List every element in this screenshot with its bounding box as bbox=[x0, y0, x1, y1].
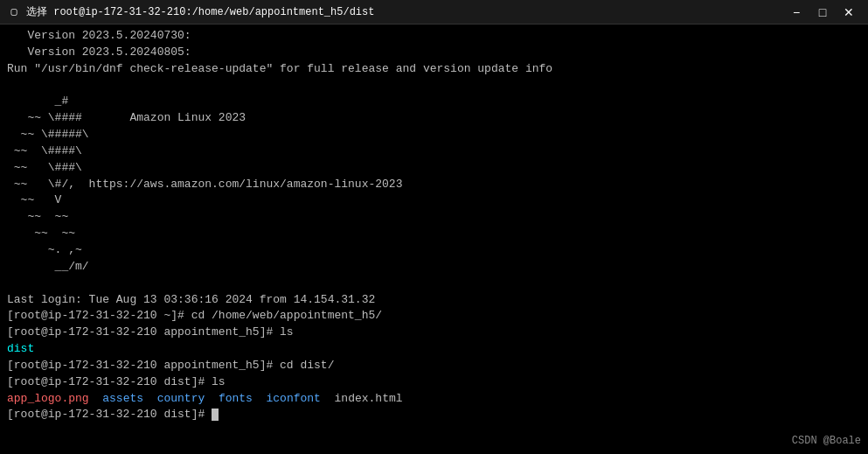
terminal-line: [root@ip-172-31-32-210 appointment_h5]# … bbox=[7, 358, 861, 374]
terminal-line: dist bbox=[7, 341, 861, 358]
terminal-line: __/m/ bbox=[7, 259, 861, 276]
titlebar: ▢ 选择 root@ip-172-31-32-210:/home/web/app… bbox=[0, 0, 868, 24]
terminal-line: Version 2023.5.20240730: bbox=[7, 28, 861, 45]
terminal-line-ls-output: app_logo.png assets country fonts iconfo… bbox=[7, 391, 861, 408]
terminal-line: Run "/usr/bin/dnf check-release-update" … bbox=[7, 61, 861, 78]
terminal-line: [root@ip-172-31-32-210 appointment_h5]# … bbox=[7, 325, 861, 341]
titlebar-controls: − □ ✕ bbox=[784, 3, 861, 22]
watermark: CSDN @Boale bbox=[792, 435, 861, 447]
terminal-line bbox=[7, 276, 861, 292]
terminal-line: ~~ ~~ bbox=[7, 226, 861, 242]
terminal-line bbox=[7, 78, 861, 94]
terminal-content[interactable]: Version 2023.5.20240730: Version 2023.5.… bbox=[0, 24, 868, 454]
terminal-icon: ▢ bbox=[7, 5, 21, 19]
terminal-line: ~~ ~~ bbox=[7, 209, 861, 226]
terminal-line: ~. ,~ bbox=[7, 242, 861, 259]
terminal-line: Last login: Tue Aug 13 03:36:16 2024 fro… bbox=[7, 292, 861, 309]
terminal-line: ~~ V bbox=[7, 192, 861, 209]
terminal-line: [root@ip-172-31-32-210 dist]# ls bbox=[7, 374, 861, 391]
terminal-line: ~~ \#####\ bbox=[7, 127, 861, 143]
terminal-line: _# bbox=[7, 94, 861, 110]
close-button[interactable]: ✕ bbox=[837, 3, 861, 22]
titlebar-title: 选择 root@ip-172-31-32-210:/home/web/appoi… bbox=[26, 4, 374, 19]
cursor-blink bbox=[212, 409, 219, 421]
minimize-button[interactable]: − bbox=[784, 3, 809, 22]
terminal-line: ~~ \####\ bbox=[7, 143, 861, 160]
terminal-line: ~~ \###\ bbox=[7, 160, 861, 177]
terminal-line: [root@ip-172-31-32-210 ~]# cd /home/web/… bbox=[7, 308, 861, 325]
terminal-line: Version 2023.5.20240805: bbox=[7, 45, 861, 61]
terminal-line: ~~ \#/, https://aws.amazon.com/linux/ama… bbox=[7, 177, 861, 193]
terminal-line-prompt: [root@ip-172-31-32-210 dist]# bbox=[7, 407, 861, 423]
titlebar-left: ▢ 选择 root@ip-172-31-32-210:/home/web/app… bbox=[7, 4, 374, 19]
terminal-line: ~~ \#### Amazon Linux 2023 bbox=[7, 110, 861, 127]
maximize-button[interactable]: □ bbox=[810, 3, 835, 22]
